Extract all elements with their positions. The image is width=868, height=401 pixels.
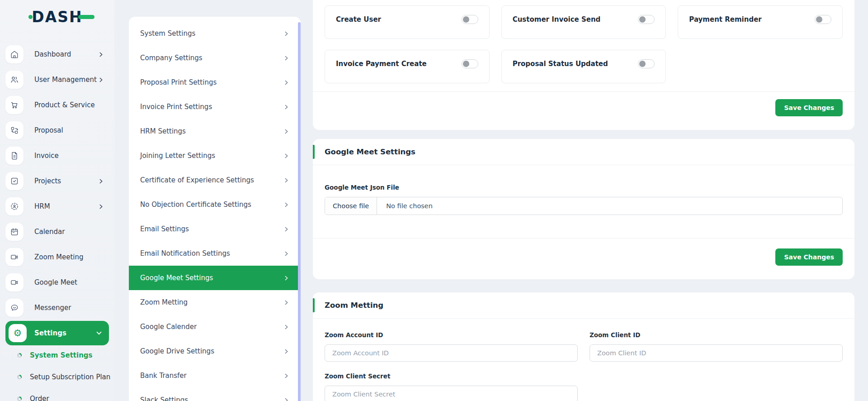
toggle-knob (463, 16, 469, 23)
sidebar-item-label: Google Meet (34, 278, 109, 286)
settings-menu-item-joining-letter-settings[interactable]: Joining Letter Settings (129, 143, 301, 168)
chevron-right-icon (284, 398, 289, 401)
sidebar-item-zoom-meeting[interactable]: Zoom Meeting (5, 248, 109, 266)
chevron-right-icon (284, 349, 289, 354)
sidebar-item-google-meet[interactable]: Google Meet (5, 273, 109, 291)
chevron-right-icon (99, 77, 104, 82)
settings-menu-item-label: No Objection Certificate Settings (140, 200, 251, 209)
settings-menu-item-hrm-settings[interactable]: HRM Settings (129, 119, 301, 143)
sidebar-item-projects[interactable]: Projects (5, 172, 109, 190)
sidebar-subitem-order[interactable]: Order (17, 395, 114, 401)
accent-bar (313, 145, 315, 159)
toggle-tile-create-user: Create User (325, 5, 490, 39)
video-icon (5, 273, 24, 291)
home-icon (5, 45, 24, 63)
settings-menu-item-label: Slack Settings (140, 396, 188, 401)
logo-dash-accent (78, 15, 94, 19)
sidebar-subitem-setup-subscription-plan[interactable]: Setup Subscription Plan (17, 373, 114, 381)
settings-menu-item-bank-transfer[interactable]: Bank Transfer (129, 363, 301, 388)
settings-menu-item-google-meet-settings[interactable]: Google Meet Settings (129, 266, 301, 290)
zoom-account-id-input[interactable] (325, 344, 578, 362)
settings-menu-item-proposal-print-settings[interactable]: Proposal Print Settings (129, 70, 301, 95)
zoom-meeting-settings-card: Zoom Metting Zoom Account IDZoom Client … (313, 292, 854, 401)
zoom-client-secret-input[interactable] (325, 386, 578, 401)
sidebar-item-proposal[interactable]: Proposal (5, 121, 109, 139)
settings-menu-item-google-calender[interactable]: Google Calender (129, 315, 301, 339)
toggle-knob (816, 16, 822, 23)
settings-menu-item-google-drive-settings[interactable]: Google Drive Settings (129, 339, 301, 363)
settings-menu-item-label: System Settings (140, 29, 195, 38)
toggle-tile-customer-invoice-send: Customer Invoice Send (501, 5, 666, 39)
toggle-switch[interactable] (462, 15, 478, 24)
sidebar-item-product-service[interactable]: Product & Service (5, 96, 109, 114)
card-header: Google Meet Settings (313, 139, 854, 165)
settings-menu-scrollbar[interactable] (298, 22, 301, 401)
notification-settings-card: Create UserCustomer Invoice SendPayment … (313, 0, 854, 130)
settings-menu-item-invoice-print-settings[interactable]: Invoice Print Settings (129, 95, 301, 119)
settings-menu-item-system-settings[interactable]: System Settings (129, 21, 301, 46)
card-footer: Save Changes (313, 92, 854, 130)
card-title: Google Meet Settings (325, 148, 415, 156)
settings-menu-item-label: Joining Letter Settings (140, 152, 215, 160)
toggle-tile-label: Customer Invoice Send (513, 15, 601, 24)
toggle-tile-label: Create User (336, 15, 381, 24)
card-body: Zoom Account IDZoom Client IDZoom Client… (313, 319, 854, 401)
save-changes-button[interactable]: Save Changes (775, 248, 843, 266)
settings-menu-item-email-notification-settings[interactable]: Email Notification Settings (129, 241, 301, 266)
toggle-knob (639, 16, 646, 23)
calendar-icon (5, 223, 24, 241)
settings-menu-item-label: Email Notification Settings (140, 249, 230, 258)
proposal-icon (5, 121, 24, 139)
sidebar-item-label: Invoice (34, 152, 109, 160)
settings-menu-panel: System SettingsCompany SettingsProposal … (129, 17, 301, 401)
settings-menu-item-email-settings[interactable]: Email Settings (129, 217, 301, 241)
toggle-switch[interactable] (638, 15, 655, 24)
card-header: Zoom Metting (313, 292, 854, 319)
form-field-zoom-account-id: Zoom Account ID (325, 331, 578, 362)
hrm-icon (5, 197, 24, 215)
bullet-icon (17, 396, 22, 401)
settings-menu-item-label: Bank Transfer (140, 372, 187, 380)
card-footer: Save Changes (313, 239, 854, 279)
sidebar-item-label: HRM (34, 202, 99, 210)
brand-logo[interactable]: DASH (32, 7, 82, 26)
save-changes-button[interactable]: Save Changes (775, 99, 843, 116)
settings-menu-item-label: Proposal Print Settings (140, 78, 217, 86)
google-meet-json-file-input[interactable]: Choose file No file chosen (325, 197, 843, 215)
sidebar-item-label: Settings (34, 329, 96, 337)
settings-menu-item-label: Invoice Print Settings (140, 103, 212, 111)
google-meet-settings-card: Google Meet Settings Google Meet Json Fi… (313, 139, 854, 279)
video-icon (5, 248, 24, 266)
sidebar-item-label: Proposal (34, 126, 109, 134)
chevron-right-icon (284, 373, 289, 378)
choose-file-button[interactable]: Choose file (325, 197, 377, 215)
cart-icon (5, 96, 24, 114)
gear-icon: ⚙ (9, 324, 27, 342)
sidebar-nav: DashboardUser ManagementProduct & Servic… (0, 45, 114, 317)
settings-menu-item-zoom-metting[interactable]: Zoom Metting (129, 290, 301, 315)
sidebar-item-user-management[interactable]: User Management (5, 71, 109, 89)
chevron-down-icon (96, 330, 102, 336)
toggle-knob (639, 61, 646, 67)
settings-menu-item-slack-settings[interactable]: Slack Settings (129, 388, 301, 401)
sidebar-item-dashboard[interactable]: Dashboard (5, 45, 109, 63)
settings-menu-item-no-objection-certificate-settings[interactable]: No Objection Certificate Settings (129, 192, 301, 217)
toggle-switch[interactable] (462, 59, 478, 68)
settings-menu-item-company-settings[interactable]: Company Settings (129, 46, 301, 70)
sidebar-item-settings[interactable]: ⚙ Settings (5, 321, 109, 345)
settings-menu-item-certificate-of-experience-settings[interactable]: Certificate of Experience Settings (129, 168, 301, 192)
toggle-switch[interactable] (815, 15, 831, 24)
sidebar-item-invoice[interactable]: Invoice (5, 147, 109, 165)
toggle-switch[interactable] (638, 59, 655, 68)
chevron-right-icon (284, 56, 289, 61)
chevron-right-icon (284, 153, 289, 158)
sidebar-item-calendar[interactable]: Calendar (5, 223, 109, 241)
zoom-client-id-input[interactable] (590, 344, 843, 362)
sidebar-item-hrm[interactable]: HRM (5, 197, 109, 215)
sidebar-item-messenger[interactable]: Messenger (5, 299, 109, 317)
sidebar-subitem-system-settings[interactable]: System Settings (17, 351, 114, 359)
sidebar-item-label: Messenger (34, 304, 109, 312)
form-field-zoom-client-secret: Zoom Client Secret (325, 372, 578, 401)
sidebar: DASH DashboardUser ManagementProduct & S… (0, 0, 114, 401)
chevron-right-icon (284, 276, 289, 281)
